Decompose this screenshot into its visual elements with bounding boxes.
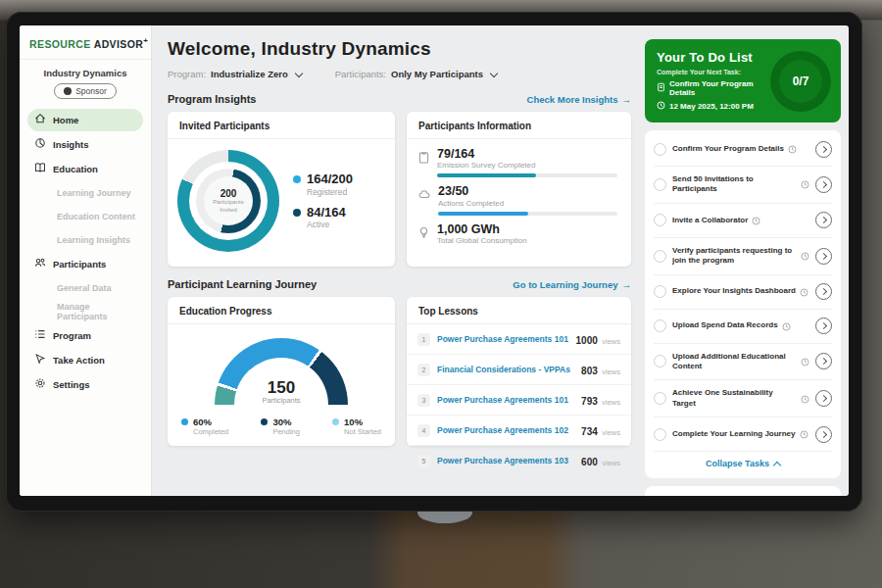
book-icon [34,162,46,175]
check-more-insights-link[interactable]: Check More Insights → [527,94,631,105]
lesson-link[interactable]: Power Purchase Agreements 103 [437,456,574,466]
participants-information-body: 79/164 Emission Survey Completed 23/50 A… [407,139,631,245]
sidebar-item-take-action[interactable]: Take Action [27,349,143,371]
checkbox-circle-icon[interactable] [654,285,666,298]
legend-label: Active [307,220,346,229]
task-row-explore-insights[interactable]: Explore Your Insights Dashboard [654,275,832,310]
task-open-button[interactable] [815,141,832,158]
task-label: Invite a Collaborator [672,216,748,225]
legend-value: 10% [344,416,381,427]
sidebar-item-label: Education Content [57,212,135,221]
card-title: Participants Information [407,112,631,139]
lesson-views-count: 734 [581,426,598,437]
task-label: Explore Your Insights Dashboard [672,286,796,296]
lesson-link[interactable]: Power Purchase Agreements 101 [437,334,569,344]
checkbox-circle-icon[interactable] [654,214,666,226]
chevron-up-icon [773,461,781,468]
clock-small-icon [801,390,809,408]
task-open-button[interactable] [815,176,832,193]
sidebar-item-learning-insights[interactable]: Learning Insights [27,229,143,251]
legend-dot-icon [293,209,301,217]
task-row-achieve-target[interactable]: Achieve One Sustainability Target [654,380,832,417]
program-select[interactable]: Program: Industrialize Zero [168,69,302,79]
sidebar-item-education-content[interactable]: Education Content [27,206,143,227]
sidebar-item-insights[interactable]: Insights [27,133,143,156]
sidebar-item-label: Program [53,330,91,341]
task-open-button[interactable] [815,390,832,407]
legend-value: 84/164 [307,206,346,220]
sidebar-item-participants[interactable]: Participants [27,253,143,275]
sidebar-item-program[interactable]: Program [27,324,143,347]
lesson-views-suffix: views [602,398,620,407]
lesson-link[interactable]: Financial Considerations - VPPAs [437,365,574,374]
checkbox-circle-icon[interactable] [654,355,666,368]
todo-progress-value: 0/7 [793,74,809,88]
metric-label: Emission Survey Completed [437,161,617,170]
insights-cards-row: Invited Participants 200 Participants In… [168,112,631,267]
lesson-rank: 3 [417,394,430,407]
lesson-views-count: 600 [581,457,598,467]
task-open-button[interactable] [815,212,832,228]
task-open-button[interactable] [815,353,832,369]
logo-primary: RESOURCE [29,38,91,50]
legend-label: Completed [193,427,228,436]
learning-journey-header: Participant Learning Journey Go to Learn… [168,278,631,290]
legend-dot-icon [261,418,268,425]
todo-summary-card: Your To Do List Complete Your Next Task:… [645,39,841,122]
recent-news-card: Recent News [645,486,841,496]
progress-fill [438,212,528,216]
task-open-button[interactable] [815,318,832,334]
task-label: Achieve One Sustainability Target [672,388,797,409]
checkbox-circle-icon[interactable] [654,143,666,156]
task-row-upload-spend-data[interactable]: Upload Spend Data Records [654,310,832,344]
legend-value: 164/200 [307,172,353,186]
todo-title: Your To Do List [657,50,764,65]
progress-track [438,212,617,216]
task-row-confirm-program[interactable]: Confirm Your Program Details [654,132,832,167]
todo-panel: Your To Do List Complete Your Next Task:… [643,25,849,496]
sidebar-item-learning-journey[interactable]: Learning Journey [27,182,143,204]
task-row-send-invitations[interactable]: Send 50 Invitations to Participants [654,167,832,204]
bulb-icon [418,222,429,245]
checkbox-circle-icon[interactable] [654,178,666,191]
education-progress-card: Education Progress 150 Participants 60% [168,297,395,446]
sidebar-item-home[interactable]: Home [27,109,143,131]
lesson-link[interactable]: Power Purchase Agreements 102 [437,425,574,435]
metric-label: Total Global Consumption [437,236,617,245]
invited-participants-donut-chart: 200 Participants Invited [177,150,279,252]
actions-completed-row: 23/50 Actions Completed [418,184,617,215]
lesson-views-count: 1000 [576,335,598,346]
checkbox-circle-icon[interactable] [654,392,666,405]
task-label: Send 50 Invitations to Participants [672,174,797,195]
lesson-row: 2 Financial Considerations - VPPAs 803 v… [407,355,631,385]
checkbox-circle-icon[interactable] [654,250,666,263]
go-to-learning-journey-link[interactable]: Go to Learning Journey → [513,279,631,290]
card-title: Invited Participants [168,112,395,139]
sidebar-item-label: General Data [57,283,112,293]
sidebar-item-settings[interactable]: Settings [27,373,143,396]
task-open-button[interactable] [815,426,832,443]
lesson-views-suffix: views [602,337,620,346]
task-label: Verify participants requesting to join t… [672,246,797,267]
task-row-complete-learning-journey[interactable]: Complete Your Learning Journey [654,417,832,452]
task-row-upload-educational-content[interactable]: Upload Additional Educational Content [654,344,832,381]
task-row-invite-collaborator[interactable]: Invite a Collaborator [654,204,832,238]
task-open-button[interactable] [815,283,832,300]
sidebar-item-education[interactable]: Education [27,158,143,180]
progress-track [437,173,617,177]
task-open-button[interactable] [815,248,832,265]
chevron-down-icon [490,69,498,76]
task-row-verify-participants[interactable]: Verify participants requesting to join t… [654,238,832,275]
legend-item-not-started: 10% Not Started [332,416,381,436]
checkbox-circle-icon[interactable] [654,428,666,441]
lesson-rank: 4 [417,424,430,437]
collapse-tasks-button[interactable]: Collapse Tasks [654,452,832,476]
sidebar-item-general-data[interactable]: General Data [27,277,143,299]
lesson-link[interactable]: Power Purchase Agreements 101 [437,395,574,405]
sidebar-item-manage-participants[interactable]: Manage Participants [27,301,143,322]
arrow-right-icon: → [622,94,632,105]
checkbox-circle-icon[interactable] [654,319,666,332]
participants-select[interactable]: Participants: Only My Participants [335,69,497,79]
lesson-views-count: 793 [581,396,598,407]
lesson-views-suffix: views [602,459,620,467]
